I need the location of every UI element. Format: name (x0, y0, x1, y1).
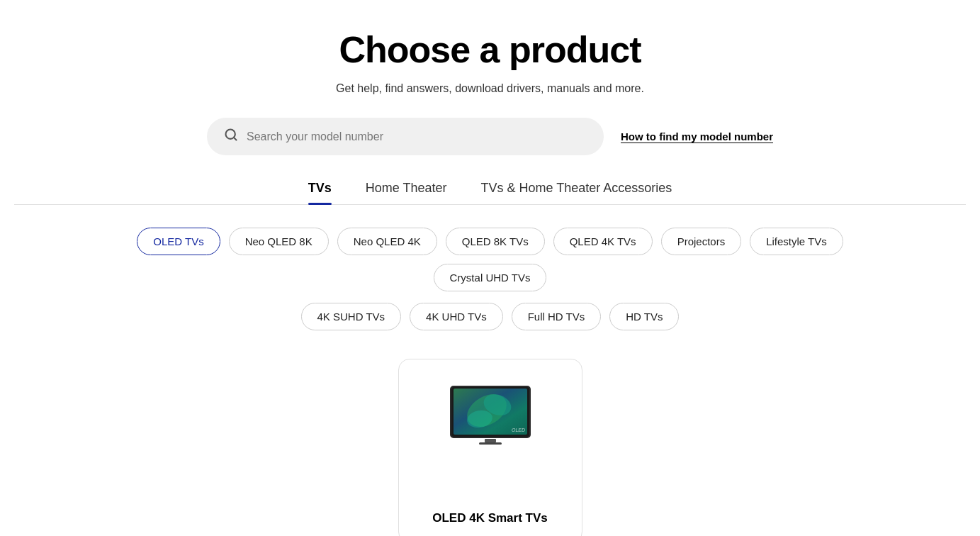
tab-accessories[interactable]: TVs & Home Theater Accessories (480, 181, 672, 204)
search-row: How to find my model number (14, 118, 966, 155)
tabs-row: TVs Home Theater TVs & Home Theater Acce… (14, 181, 966, 205)
page-subtitle: Get help, find answers, download drivers… (336, 82, 644, 95)
product-grid: OLED OLED 4K Smart TVs (101, 359, 880, 536)
filter-hd-tvs[interactable]: HD TVs (609, 303, 679, 330)
svg-rect-2 (485, 439, 496, 442)
filter-oled-tvs[interactable]: OLED TVs (137, 228, 220, 255)
filter-projectors[interactable]: Projectors (661, 228, 742, 255)
filter-qled-4k-tvs[interactable]: QLED 4K TVs (553, 228, 653, 255)
page-wrapper: Choose a product Get help, find answers,… (0, 0, 980, 536)
search-bar (207, 118, 604, 155)
filter-neo-qled-4k[interactable]: Neo QLED 4K (337, 228, 437, 255)
product-image-oled-4k: OLED (444, 379, 536, 450)
filter-crystal-uhd-tvs[interactable]: Crystal UHD TVs (434, 264, 547, 291)
product-card-oled-4k[interactable]: OLED OLED 4K Smart TVs (398, 359, 582, 536)
filter-pills-row2: 4K SUHD TVs 4K UHD TVs Full HD TVs HD TV… (301, 303, 680, 330)
svg-line-1 (234, 138, 237, 140)
filter-pills-row1: OLED TVs Neo QLED 8K Neo QLED 4K QLED 8K… (101, 228, 880, 291)
filter-full-hd-tvs[interactable]: Full HD TVs (512, 303, 602, 330)
svg-rect-3 (479, 442, 502, 445)
filter-qled-8k-tvs[interactable]: QLED 8K TVs (446, 228, 545, 255)
search-input[interactable] (247, 130, 587, 143)
svg-text:OLED: OLED (512, 428, 525, 432)
tab-tvs[interactable]: TVs (308, 181, 332, 204)
tab-home-theater[interactable]: Home Theater (366, 181, 447, 204)
product-card-label-oled-4k: OLED 4K Smart TVs (432, 511, 548, 525)
filter-lifestyle-tvs[interactable]: Lifestyle TVs (750, 228, 843, 255)
filter-4k-suhd-tvs[interactable]: 4K SUHD TVs (301, 303, 402, 330)
search-icon (224, 128, 238, 145)
model-number-link[interactable]: How to find my model number (621, 130, 773, 143)
page-title: Choose a product (339, 28, 641, 71)
filter-neo-qled-8k[interactable]: Neo QLED 8K (229, 228, 329, 255)
filter-4k-uhd-tvs[interactable]: 4K UHD TVs (410, 303, 503, 330)
